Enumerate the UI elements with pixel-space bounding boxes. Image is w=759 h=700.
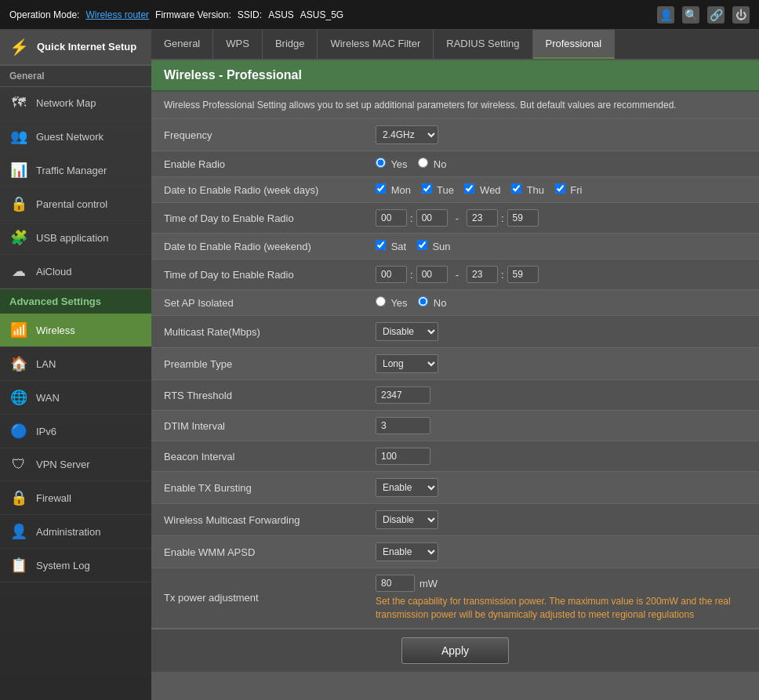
wireless-multicast-select[interactable]: Disable Enable: [376, 510, 438, 529]
sidebar-item-ipv6[interactable]: 🔵 IPv6: [0, 415, 151, 448]
enable-radio-no-radio[interactable]: [418, 158, 428, 168]
sidebar-item-guest-network[interactable]: 👥 Guest Network: [0, 120, 151, 154]
vpn-icon: 🛡: [9, 456, 28, 473]
wmm-apsd-select[interactable]: Enable Disable: [376, 542, 438, 561]
sidebar-item-traffic-manager[interactable]: 📊 Traffic Manager: [0, 154, 151, 187]
user-icon[interactable]: 👤: [657, 6, 674, 24]
day-thu-checkbox[interactable]: [511, 183, 521, 194]
enable-radio-no-label: No: [418, 158, 446, 170]
time-weekend-to-h[interactable]: [467, 266, 498, 283]
sidebar-item-usb-application[interactable]: 🧩 USB application: [0, 221, 151, 255]
day-sun-label: Sun: [417, 241, 451, 252]
row-multicast-rate: Multicast Rate(Mbps) Disable 1 2 5.5 11: [151, 316, 759, 348]
sidebar-item-parental-control[interactable]: 🔒 Parental control: [0, 187, 151, 221]
settings-table: Frequency 2.4GHz 5GHz Enable Radio: [151, 119, 759, 629]
tab-wireless-mac-filter[interactable]: Wireless MAC Filter: [318, 30, 434, 59]
tab-radius-setting[interactable]: RADIUS Setting: [434, 30, 532, 59]
sidebar-item-lan[interactable]: 🏠 LAN: [0, 347, 151, 381]
dtim-interval-input[interactable]: [376, 417, 430, 434]
row-dtim-interval: DTIM Interval: [151, 411, 759, 441]
tx-power-warning: Set the capability for transmission powe…: [376, 595, 746, 622]
sidebar-item-firewall[interactable]: 🔒 Firewall: [0, 481, 151, 515]
search-icon[interactable]: 🔍: [682, 6, 699, 24]
wireless-label: Wireless: [36, 325, 75, 336]
guest-network-icon: 👥: [9, 128, 28, 145]
network-map-label: Network Map: [36, 97, 96, 109]
preamble-type-label: Preamble Type: [151, 348, 363, 380]
ap-isolated-label: Set AP Isolated: [151, 290, 363, 316]
day-sun-checkbox[interactable]: [417, 240, 427, 250]
tx-bursting-select[interactable]: Enable Disable: [376, 478, 438, 497]
frequency-select[interactable]: 2.4GHz 5GHz: [376, 125, 438, 144]
day-mon-label: Mon: [376, 184, 414, 196]
tab-general[interactable]: General: [151, 30, 213, 59]
day-wed-checkbox[interactable]: [464, 183, 474, 194]
row-preamble-type: Preamble Type Long Short: [151, 348, 759, 380]
multicast-rate-select[interactable]: Disable 1 2 5.5 11: [376, 322, 438, 341]
parental-control-label: Parental control: [36, 198, 107, 210]
time-weekday-to-m[interactable]: [507, 209, 539, 227]
sidebar-item-wireless[interactable]: 📶 Wireless: [0, 314, 151, 347]
page-title: Wireless - Professional: [151, 60, 759, 92]
sidebar-item-vpn-server[interactable]: 🛡 VPN Server: [0, 448, 151, 481]
ssid-label: SSID:: [238, 9, 262, 20]
power-icon[interactable]: ⏻: [732, 6, 750, 24]
quick-setup-label: Quick Internet Setup: [37, 41, 136, 53]
usb-application-label: USB application: [36, 232, 109, 244]
share-icon[interactable]: 🔗: [707, 6, 724, 24]
row-rts-threshold: RTS Threshold: [151, 380, 759, 411]
advanced-settings-label: Advanced Settings: [0, 288, 151, 314]
row-wireless-multicast: Wireless Multicast Forwarding Disable En…: [151, 504, 759, 536]
general-section-label: General: [0, 65, 151, 87]
frequency-label: Frequency: [151, 119, 363, 151]
sidebar-item-aicloud[interactable]: ☁ AiCloud: [0, 255, 151, 288]
day-fri-checkbox[interactable]: [555, 183, 565, 194]
apply-button[interactable]: Apply: [401, 637, 509, 664]
beacon-interval-input[interactable]: [376, 448, 430, 465]
row-tx-bursting: Enable TX Bursting Enable Disable: [151, 472, 759, 504]
day-mon-checkbox[interactable]: [376, 183, 386, 194]
parental-control-icon: 🔒: [9, 195, 28, 212]
tx-power-input[interactable]: [376, 575, 415, 592]
day-sat-checkbox[interactable]: [376, 240, 386, 250]
time-weekday-label: Time of Day to Enable Radio: [151, 203, 363, 234]
row-frequency: Frequency 2.4GHz 5GHz: [151, 119, 759, 151]
operation-mode-label: Operation Mode:: [9, 9, 79, 20]
sidebar-item-network-map[interactable]: 🗺 Network Map: [0, 87, 151, 120]
administration-label: Administration: [36, 526, 100, 538]
operation-mode-value[interactable]: Wireless router: [85, 9, 149, 20]
enable-radio-yes-label: Yes: [376, 158, 410, 170]
day-tue-checkbox[interactable]: [422, 183, 432, 194]
date-weekend-label: Date to Enable Radio (weekend): [151, 234, 363, 259]
time-weekday-from-m[interactable]: [416, 209, 448, 227]
ap-isolated-yes-radio[interactable]: [376, 296, 386, 306]
quick-setup-icon: ⚡: [9, 38, 29, 56]
ap-isolated-yes-label: Yes: [376, 297, 410, 309]
rts-threshold-input[interactable]: [376, 386, 430, 404]
sidebar-item-system-log[interactable]: 📋 System Log: [0, 549, 151, 582]
tab-bridge[interactable]: Bridge: [263, 30, 318, 59]
ap-isolated-no-label: No: [418, 297, 446, 309]
time-weekend-from-h[interactable]: [376, 266, 407, 283]
quick-internet-setup-item[interactable]: ⚡ Quick Internet Setup: [0, 30, 151, 65]
time-weekday-from-h[interactable]: [376, 209, 407, 227]
row-wmm-apsd: Enable WMM APSD Enable Disable: [151, 536, 759, 568]
day-fri-label: Fri: [555, 184, 583, 196]
tab-wps[interactable]: WPS: [213, 30, 263, 59]
row-enable-radio: Enable Radio Yes No: [151, 151, 759, 177]
tab-professional[interactable]: Professional: [533, 30, 616, 59]
time-weekend-from-m[interactable]: [416, 266, 448, 283]
beacon-interval-label: Beacon Interval: [151, 441, 363, 472]
traffic-manager-label: Traffic Manager: [36, 165, 107, 176]
time-weekday-to-h[interactable]: [467, 209, 498, 227]
time-weekend-to-m[interactable]: [507, 266, 539, 283]
firewall-label: Firewall: [36, 492, 71, 504]
wireless-multicast-label: Wireless Multicast Forwarding: [151, 504, 363, 536]
preamble-type-select[interactable]: Long Short: [376, 354, 438, 373]
network-map-icon: 🗺: [9, 95, 28, 111]
ap-isolated-no-radio[interactable]: [418, 296, 428, 306]
enable-radio-yes-radio[interactable]: [376, 158, 386, 168]
tab-bar: General WPS Bridge Wireless MAC Filter R…: [151, 30, 759, 60]
sidebar-item-administration[interactable]: 👤 Administration: [0, 515, 151, 549]
sidebar-item-wan[interactable]: 🌐 WAN: [0, 381, 151, 415]
